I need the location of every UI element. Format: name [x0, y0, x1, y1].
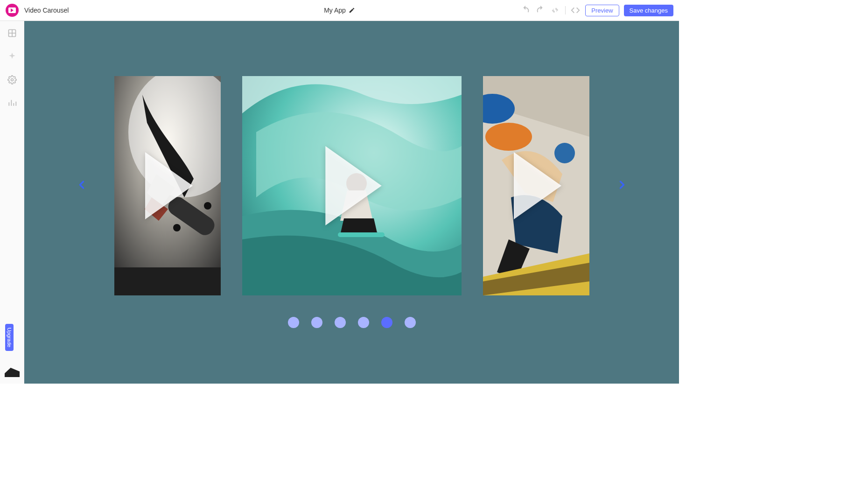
svg-rect-10	[338, 232, 385, 237]
plugin-logo-icon	[6, 4, 19, 17]
code-icon[interactable]	[570, 5, 581, 15]
mascot-icon	[5, 368, 20, 377]
indicator-dot-1[interactable]	[288, 317, 299, 328]
preview-button[interactable]: Preview	[585, 5, 619, 16]
undo-icon[interactable]	[520, 5, 531, 15]
video-carousel	[70, 76, 633, 295]
redo-icon[interactable]	[535, 5, 546, 15]
carousel-prev-button[interactable]	[70, 171, 93, 201]
svg-point-1	[11, 79, 13, 81]
indicator-dot-6[interactable]	[405, 317, 416, 328]
svg-point-6	[204, 202, 211, 210]
settings-icon[interactable]	[7, 75, 17, 84]
upgrade-button[interactable]: Upgrade	[5, 324, 14, 351]
left-rail: Upgrade	[0, 21, 24, 384]
carousel-next-button[interactable]	[611, 171, 633, 201]
layout-icon[interactable]	[7, 28, 17, 38]
svg-point-5	[173, 224, 181, 231]
carousel-indicators	[288, 317, 416, 328]
design-icon[interactable]	[7, 52, 17, 61]
separator	[565, 6, 566, 14]
analytics-icon[interactable]	[7, 98, 17, 108]
app-name: My App	[324, 7, 346, 14]
svg-point-13	[485, 123, 532, 151]
carousel-slide-left[interactable]	[114, 76, 221, 295]
carousel-slide-right[interactable]	[483, 76, 589, 295]
carousel-slide-center[interactable]	[242, 76, 462, 295]
top-bar: Video Carousel My App Preview Save chang	[0, 0, 679, 21]
indicator-dot-3[interactable]	[335, 317, 346, 328]
edit-app-name-icon[interactable]	[349, 7, 355, 14]
svg-point-15	[554, 143, 575, 163]
save-changes-button[interactable]: Save changes	[624, 5, 673, 16]
indicator-dot-5[interactable]	[381, 317, 392, 328]
indicator-dot-4[interactable]	[358, 317, 369, 328]
indicator-dot-2[interactable]	[311, 317, 322, 328]
svg-rect-7	[114, 267, 221, 295]
tools-icon[interactable]	[550, 5, 560, 15]
editor-canvas	[24, 21, 679, 384]
plugin-name: Video Carousel	[24, 7, 69, 14]
